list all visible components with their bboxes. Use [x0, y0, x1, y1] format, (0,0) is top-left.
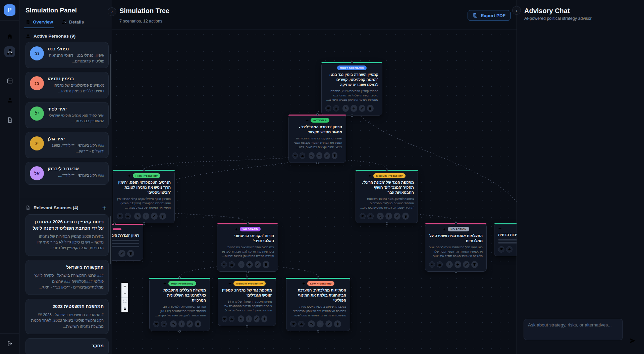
thumbs-up-button[interactable] [161, 321, 167, 327]
edit-node-button[interactable] [255, 261, 261, 268]
edit-node-button[interactable] [118, 250, 125, 257]
node-handle[interactable] [317, 276, 319, 279]
edit-node-button[interactable] [151, 213, 158, 220]
node-handle[interactable] [455, 222, 457, 224]
zoom-in-button[interactable] [121, 283, 128, 290]
source-card[interactable]: התקשורת בישראל ### ערוצי התקשורת בישראל … [25, 260, 109, 295]
delete-node-button[interactable] [402, 213, 409, 220]
add-child-button[interactable] [316, 152, 322, 159]
add-child-button[interactable] [246, 261, 253, 268]
node-handle[interactable] [351, 61, 353, 63]
thumbs-down-button[interactable] [153, 321, 159, 327]
add-child-button[interactable] [385, 213, 392, 220]
ai-branch-button[interactable] [238, 261, 245, 268]
thumbs-down-button[interactable] [292, 152, 298, 159]
delete-node-button[interactable] [195, 320, 201, 327]
node-handle[interactable] [455, 271, 457, 273]
thumbs-up-button[interactable] [506, 246, 513, 253]
tree-node-partial-left[interactable]: ראיון 'הגדרת הימ… לתובאות [112, 224, 143, 261]
chat-input[interactable] [524, 319, 623, 340]
delete-node-button[interactable] [159, 213, 166, 220]
rail-item-personas[interactable] [4, 95, 15, 105]
source-card[interactable]: מחקר [25, 338, 109, 354]
edit-node-button[interactable] [463, 261, 470, 268]
node-handle[interactable] [246, 276, 248, 279]
persona-card[interactable]: יל יאיר לפיד יאיר לפיד הוא מנהיג פוליטי … [25, 102, 109, 128]
thumbs-down-button[interactable] [498, 246, 504, 253]
persona-card[interactable]: יג יאיר גולן ### רקע ביוגרפי - **יליד**:… [25, 132, 109, 158]
ai-branch-button[interactable] [170, 320, 176, 327]
thumbs-down-button[interactable] [290, 321, 297, 327]
tree-node-no-action[interactable]: NO ACTION התעלמות אסטרטגית ושמירה על ממל… [425, 223, 487, 272]
edit-node-button[interactable] [394, 213, 400, 220]
node-handle[interactable] [246, 325, 248, 327]
thumbs-down-button[interactable] [222, 316, 227, 322]
tab-details[interactable]: Details [62, 19, 84, 28]
persona-card[interactable]: בנ בנימין נתניהו מאפיינים פסיכולוגיים של… [25, 72, 109, 98]
tab-overview[interactable]: Overview [25, 19, 53, 28]
ai-branch-button[interactable] [309, 152, 315, 159]
add-child-button[interactable] [143, 213, 149, 220]
personas-scrollbar[interactable] [110, 54, 111, 119]
add-source-button[interactable]: + [102, 205, 106, 211]
delete-node-button[interactable] [263, 261, 269, 268]
app-logo[interactable]: P [4, 4, 15, 16]
edit-node-button[interactable] [186, 320, 193, 327]
tree-node-establishment-pushback[interactable]: Low Probability הסתייגות ממלכתית: המערכת… [286, 278, 350, 331]
rail-item-documents[interactable] [4, 115, 15, 125]
tree-node-high-probability[interactable]: High Probability הנרטיב הטכנוקרטי תופס: … [113, 170, 175, 223]
sources-scrollbar[interactable] [110, 216, 111, 264]
ai-branch-button[interactable] [342, 105, 349, 112]
delete-node-button[interactable] [332, 152, 338, 159]
add-child-button[interactable] [246, 315, 252, 322]
thumbs-up-button[interactable] [437, 261, 443, 268]
delete-node-button[interactable] [127, 250, 134, 257]
add-child-button[interactable] [317, 320, 324, 327]
node-handle[interactable] [113, 223, 116, 225]
fit-view-button[interactable] [121, 298, 128, 305]
thumbs-up-button[interactable] [229, 261, 235, 268]
rail-item-calendar[interactable] [4, 75, 15, 86]
source-card[interactable]: המהפכה המשפטית 2023 # המהפכה המשפטית ביש… [25, 299, 109, 334]
tree-node-shadow-government[interactable]: High Probability ממשלת הצללים מתקבעת כאל… [149, 278, 210, 331]
thumbs-down-button[interactable] [325, 105, 331, 112]
thumbs-down-button[interactable] [117, 213, 123, 219]
delete-node-button[interactable] [471, 261, 478, 268]
thumbs-up-button[interactable] [333, 105, 339, 112]
edit-node-button[interactable] [324, 152, 330, 159]
persona-card[interactable]: אל אביגדור ליברמן ### רקע ביוגרפי - **יל… [25, 162, 109, 185]
thumbs-down-button[interactable] [360, 213, 366, 219]
delete-node-button[interactable] [334, 320, 341, 327]
tree-node-action-a[interactable]: ACTION A סרטון 'נבחרת המנכ"לים' - מסגור … [288, 115, 346, 163]
edit-node-button[interactable] [359, 105, 366, 112]
thumbs-up-button[interactable] [298, 321, 305, 327]
add-child-button[interactable] [178, 320, 185, 327]
node-handle[interactable] [386, 222, 388, 225]
flow-viewport[interactable]: ROOT SCENARIO קמפיין השחרה בימין נגד בנט… [112, 30, 517, 354]
edit-node-button[interactable] [254, 315, 260, 322]
edit-node-button[interactable] [325, 320, 332, 327]
tree-node-medium-probability[interactable]: Medium Probability מתקפת הנגד של 'מכונת … [356, 170, 418, 223]
node-handle[interactable] [178, 276, 181, 279]
delete-node-button[interactable] [261, 315, 267, 322]
ai-branch-button[interactable] [446, 261, 453, 268]
ai-branch-button[interactable] [308, 320, 315, 327]
collapse-sidebar-button[interactable]: ‹ [108, 7, 116, 16]
thumbs-up-button[interactable] [229, 316, 235, 322]
thumbs-up-button[interactable] [367, 213, 373, 219]
rail-item-home[interactable] [4, 31, 15, 42]
delete-node-button[interactable] [367, 105, 374, 112]
add-child-button[interactable] [351, 105, 357, 112]
node-handle[interactable] [316, 162, 319, 164]
node-handle[interactable] [143, 169, 145, 171]
node-handle[interactable] [316, 113, 319, 116]
ai-branch-button[interactable] [134, 213, 141, 220]
rail-item-simulation-tree[interactable] [4, 46, 15, 57]
send-button[interactable] [629, 337, 636, 345]
tree-node-partial-right[interactable]: …יבות הדתית [494, 223, 517, 256]
thumbs-up-button[interactable] [300, 152, 305, 159]
thumbs-up-button[interactable] [125, 213, 131, 219]
zoom-out-button[interactable] [121, 290, 128, 298]
node-handle[interactable] [247, 222, 249, 224]
node-handle[interactable] [386, 169, 388, 171]
